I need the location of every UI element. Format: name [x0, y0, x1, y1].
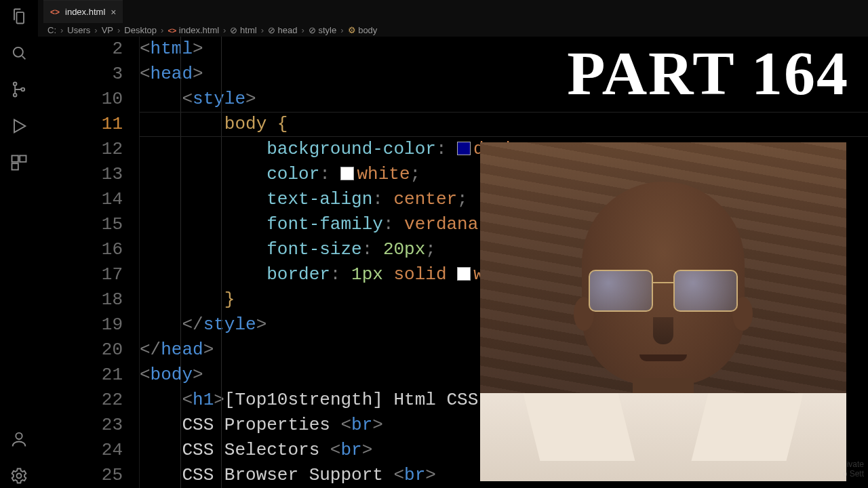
breadcrumb-segment[interactable]: ⊘ html [230, 25, 256, 35]
svg-rect-5 [20, 156, 26, 162]
activity-bar [0, 0, 38, 488]
source-control-icon[interactable] [9, 80, 28, 102]
breadcrumb-segment[interactable]: VP [102, 25, 113, 35]
breadcrumb-segment[interactable]: ⊘ style [309, 25, 336, 35]
svg-point-0 [14, 47, 23, 57]
overlay-title: PART 164 [567, 37, 849, 109]
breadcrumb[interactable]: C:›Users›VP›Desktop›<> index.html›⊘ html… [38, 23, 868, 37]
svg-rect-6 [12, 163, 18, 169]
svg-point-8 [17, 474, 22, 479]
svg-point-2 [14, 94, 17, 97]
run-debug-icon[interactable] [9, 117, 28, 138]
svg-point-7 [16, 433, 22, 439]
vscode-app: <> index.html × C:›Users›VP›Desktop›<> i… [0, 0, 868, 488]
breadcrumb-segment[interactable]: Users [67, 25, 90, 35]
svg-rect-4 [12, 156, 18, 162]
tab-bar: <> index.html × [38, 0, 868, 23]
windows-watermark: ivate o Sett [843, 460, 864, 479]
extensions-icon[interactable] [9, 153, 28, 175]
line-gutter: 2310111213141516171819202122232425 [38, 37, 140, 488]
search-icon[interactable] [9, 43, 28, 65]
breadcrumb-segment[interactable]: C: [47, 25, 56, 35]
editor-main: <> index.html × C:›Users›VP›Desktop›<> i… [38, 0, 868, 488]
tab-label: index.html [65, 7, 105, 17]
close-icon[interactable]: × [111, 7, 116, 18]
svg-point-1 [14, 83, 17, 86]
breadcrumb-segment[interactable]: ⚙ body [348, 25, 378, 35]
html-file-icon: <> [50, 7, 60, 17]
settings-icon[interactable] [9, 466, 28, 488]
tab-index-html[interactable]: <> index.html × [43, 0, 123, 23]
breadcrumb-segment[interactable]: ⊘ head [268, 25, 298, 35]
breadcrumb-segment[interactable]: Desktop [124, 25, 157, 35]
accounts-icon[interactable] [9, 430, 28, 451]
webcam-overlay [480, 142, 846, 481]
breadcrumb-segment[interactable]: <> index.html [167, 25, 219, 35]
explorer-icon[interactable] [9, 7, 28, 28]
